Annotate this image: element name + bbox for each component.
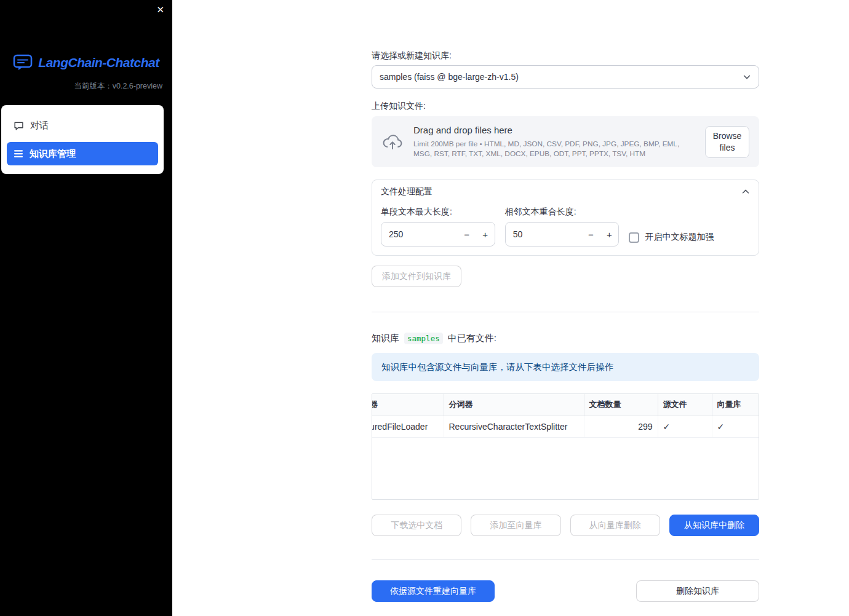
delete-kb-button[interactable]: 删除知识库 <box>636 580 759 602</box>
kb-files-prefix: 知识库 <box>372 333 399 344</box>
file-config-expander: 文件处理配置 单段文本最大长度: 250 − + <box>372 180 759 256</box>
file-config-body: 单段文本最大长度: 250 − + 相邻文本重合长度: 50 − + <box>372 203 759 255</box>
rebuild-vector-store-button[interactable]: 依据源文件重建向量库 <box>372 580 495 602</box>
chevron-down-icon <box>743 73 751 81</box>
overlap-value[interactable]: 50 <box>506 229 582 239</box>
logo-text: LangChain-Chatchat <box>38 55 159 70</box>
files-table: 文档加载器 分词器 文档数量 源文件 向量库 UnstructuredFileL… <box>372 393 759 500</box>
uploader-drag-text: Drag and drop files here <box>413 125 695 135</box>
version-text: 当前版本：v0.2.6-preview <box>0 81 172 92</box>
menu-item-knowledge-base[interactable]: 知识库管理 <box>7 142 158 165</box>
add-to-vector-store-button[interactable]: 添加至向量库 <box>471 515 560 536</box>
col-splitter[interactable]: 分词器 <box>444 394 584 416</box>
close-icon: ✕ <box>156 4 164 15</box>
cloud-upload-icon <box>381 133 404 151</box>
plus-button[interactable]: + <box>600 223 618 246</box>
col-doc-count[interactable]: 文档数量 <box>584 394 658 416</box>
kb-select[interactable]: samples (faiss @ bge-large-zh-v1.5) <box>372 65 759 89</box>
cell-doc-loader: UnstructuredFileLoader <box>372 416 444 437</box>
zh-title-checkbox-label: 开启中文标题加强 <box>645 232 714 243</box>
max-length-field: 单段文本最大长度: 250 − + <box>381 206 495 247</box>
table-row[interactable]: UnstructuredFileLoader RecursiveCharacte… <box>372 416 759 437</box>
menu-item-label: 知识库管理 <box>30 148 76 160</box>
kb-files-heading: 知识库 samples 中已有文件: <box>372 333 759 344</box>
overlap-label: 相邻文本重合长度: <box>505 206 620 218</box>
download-selected-button[interactable]: 下载选中文档 <box>372 515 461 536</box>
cell-doc-count: 299 <box>584 416 658 437</box>
file-uploader-dropzone[interactable]: Drag and drop files here Limit 200MB per… <box>372 116 759 167</box>
add-files-button[interactable]: 添加文件到知识库 <box>372 266 461 287</box>
delete-from-kb-button[interactable]: 从知识库中删除 <box>669 515 759 536</box>
chat-icon <box>14 120 24 131</box>
sidebar-close-button[interactable]: ✕ <box>156 5 164 14</box>
logo-chat-icon <box>13 54 33 71</box>
kb-action-buttons: 依据源文件重建向量库 删除知识库 <box>372 580 759 602</box>
kb-select-value: samples (faiss @ bge-large-zh-v1.5) <box>380 72 519 82</box>
list-icon <box>14 149 23 159</box>
kb-files-suffix: 中已有文件: <box>448 333 496 344</box>
sidebar-menu: 对话 知识库管理 <box>1 105 164 174</box>
kb-name-code: samples <box>404 333 443 344</box>
menu-item-label: 对话 <box>30 120 49 132</box>
browse-files-button[interactable]: Browse files <box>705 126 749 158</box>
col-vector-store[interactable]: 向量库 <box>712 394 759 416</box>
plus-button[interactable]: + <box>476 223 495 246</box>
kb-select-label: 请选择或新建知识库: <box>372 49 759 61</box>
files-table-grid: 文档加载器 分词器 文档数量 源文件 向量库 UnstructuredFileL… <box>372 394 759 438</box>
max-length-value[interactable]: 250 <box>381 229 458 239</box>
info-banner: 知识库中包含源文件与向量库，请从下表中选择文件后操作 <box>372 353 759 381</box>
chevron-up-icon <box>741 188 750 196</box>
uploader-limit-text: Limit 200MB per file • HTML, MD, JSON, C… <box>413 139 695 159</box>
cell-source-file-check: ✓ <box>658 416 712 437</box>
content-column: 请选择或新建知识库: samples (faiss @ bge-large-zh… <box>372 49 759 602</box>
expander-title: 文件处理配置 <box>381 186 432 197</box>
overlap-input[interactable]: 50 − + <box>505 222 620 247</box>
upload-label: 上传知识文件: <box>372 100 759 112</box>
zh-title-checkbox[interactable] <box>629 232 639 243</box>
col-doc-loader[interactable]: 文档加载器 <box>372 394 444 416</box>
divider <box>372 559 759 560</box>
minus-button[interactable]: − <box>458 223 476 246</box>
max-length-label: 单段文本最大长度: <box>381 206 495 218</box>
cell-splitter: RecursiveCharacterTextSplitter <box>444 416 584 437</box>
col-source-file[interactable]: 源文件 <box>658 394 712 416</box>
delete-from-vector-store-button[interactable]: 从向量库删除 <box>570 515 660 536</box>
sidebar: ✕ LangChain-Chatchat 当前版本：v0.2.6-preview <box>0 0 172 616</box>
main-area: 请选择或新建知识库: samples (faiss @ bge-large-zh… <box>172 0 849 616</box>
table-header-row: 文档加载器 分词器 文档数量 源文件 向量库 <box>372 394 759 416</box>
minus-button[interactable]: − <box>581 223 600 246</box>
zh-title-checkbox-field: 开启中文标题加强 <box>629 228 750 247</box>
max-length-input[interactable]: 250 − + <box>381 222 495 247</box>
overlap-field: 相邻文本重合长度: 50 − + <box>505 206 620 247</box>
app-logo: LangChain-Chatchat <box>0 54 172 71</box>
file-config-expander-header[interactable]: 文件处理配置 <box>372 180 759 203</box>
menu-item-dialogue[interactable]: 对话 <box>7 114 158 137</box>
file-action-buttons: 下载选中文档 添加至向量库 从向量库删除 从知识库中删除 <box>372 515 759 536</box>
uploader-texts: Drag and drop files here Limit 200MB per… <box>413 125 695 159</box>
cell-vector-store-check: ✓ <box>712 416 759 437</box>
divider <box>372 312 759 312</box>
